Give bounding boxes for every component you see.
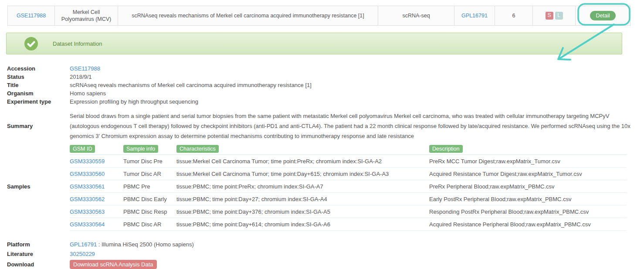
sample-description: PreRx MCC Tumor Digest;raw.expMatrix_Tum… [429,158,627,165]
sample-characteristics: tissue:Merkel Cell Carcinoma Tumor; time… [176,171,429,177]
gse-accession-link[interactable]: GSE117988 [17,12,46,19]
sample-row: GSM3330561 PBMC Pre tissue:PBMC; time po… [70,180,627,193]
sample-row: GSM3330559 Tumor Disc Pre tissue:Merkel … [70,155,627,168]
sample-info: PBMC Pre [123,183,176,190]
detail-cell: Detail [576,6,630,25]
title-cell: scRNAseq reveals mechanisms of Merkel ce… [118,6,378,25]
samples-table: GSM ID Sample info Characteristics Descr… [70,142,627,231]
dataset-details: Accession GSE117988 Status 2018/9/1 Titl… [0,64,644,269]
platform-label: Platform [7,240,70,249]
sample-count-cell: 6 [495,6,533,25]
download-field: Download Download scRNA Analysis Data [0,260,644,269]
sample-info: PBMC Disc Resp [123,208,176,215]
sample-row: GSM3330560 Tumor Disc AR tissue:Merkel C… [70,168,627,180]
check-icon [24,37,38,50]
gpl-platform-link[interactable]: GPL16791 [461,12,488,19]
l-badge: L [555,12,563,20]
search-result-row: GSE117988 Merkel Cell Polyomavirus (MCV)… [7,6,630,26]
status-field: Status 2018/9/1 [0,73,644,81]
accession-label: Accession [7,64,70,73]
platform-description: : Illumina HiSeq 2500 (Homo sapiens) [97,241,194,248]
sample-characteristics: tissue:PBMC; time point:Day+614; chromiu… [176,221,429,228]
virus-cell: Merkel Cell Polyomavirus (MCV) [55,6,118,25]
sample-characteristics: tissue:PBMC; time point:PreRx; chromium … [176,183,429,190]
platform-field: Platform GPL16791 : Illumina HiSeq 2500 … [0,240,644,249]
dataset-information-banner: Dataset Information [6,33,622,54]
platform-cell: GPL16791 [454,6,495,25]
gsm-link[interactable]: GSM3330561 [70,183,105,190]
title-value: scRNAseq reveals mechanisms of Merkel ce… [70,81,644,89]
description-column-badge: Description [429,145,463,153]
title-field: Title scRNAseq reveals mechanisms of Mer… [0,81,644,89]
sample-characteristics: tissue:PBMC; time point:Day+27; chromium… [176,196,429,202]
summary-field: Summary Serial blood draws from a single… [0,111,644,141]
sample-info-column-badge: Sample info [123,145,158,153]
sample-row: GSM3330564 PBMC Disc AR tissue:PBMC; tim… [70,218,627,231]
gsm-id-column-badge: GSM ID [70,145,95,153]
detail-button[interactable]: Detail [590,11,616,20]
samples-label: Samples [7,183,70,190]
literature-field: Literature 30250229 [0,250,644,259]
dataset-detail-page: GSE117988 Merkel Cell Polyomavirus (MCV)… [0,0,644,269]
literature-label: Literature [7,250,70,259]
gsm-link[interactable]: GSM3330562 [70,196,105,202]
status-label: Status [7,73,70,81]
accession-field: Accession GSE117988 [0,64,644,73]
sample-info: PBMC Disc AR [123,221,176,228]
summary-label: Summary [7,121,70,131]
sample-info: PBMC Disc Early [123,196,176,202]
accession-value-link[interactable]: GSE117988 [70,65,100,72]
experiment-type-value: Expression profiling by high throughput … [70,98,644,106]
organism-value: Homo sapiens [70,89,644,98]
s-badge: S [546,12,553,20]
sample-description: Acquired Resistance Peripheral Blood;raw… [429,221,627,228]
seq-type-cell: scRNA-seq [378,6,454,25]
status-value: 2018/9/1 [70,73,644,81]
characteristics-column-badge: Characteristics [176,145,219,153]
badges-cell: S L [533,6,576,25]
sample-description: Early PostRx Peripheral Blood;raw.expMat… [429,196,627,202]
gsm-link[interactable]: GSM3330563 [70,208,105,215]
platform-value-link[interactable]: GPL16791 [70,241,97,248]
experiment-type-label: Experiment type [7,98,70,106]
gsm-link[interactable]: GSM3330560 [70,171,105,177]
organism-field: Organism Homo sapiens [0,89,644,98]
organism-label: Organism [7,89,70,98]
experiment-type-field: Experiment type Expression profiling by … [0,98,644,106]
accession-cell: GSE117988 [8,6,55,25]
download-scrna-button[interactable]: Download scRNA Analysis Data [70,260,157,269]
sample-row: GSM3330562 PBMC Disc Early tissue:PBMC; … [70,193,627,205]
banner-label: Dataset Information [53,40,102,47]
sample-info: Tumor Disc Pre [123,158,176,165]
title-label: Title [7,81,70,89]
samples-table-header: GSM ID Sample info Characteristics Descr… [70,142,627,155]
sample-description: PreRx Peripheral Blood;raw.expMatrix_PBM… [429,183,627,190]
literature-pmid-link[interactable]: 30250229 [70,251,95,257]
sample-characteristics: tissue:PBMC; time point:Day+376; chromiu… [176,208,429,215]
sample-description: Acquired Resistance Tumor Digest;raw.exp… [429,171,627,177]
gsm-link[interactable]: GSM3330559 [70,158,105,165]
gsm-link[interactable]: GSM3330564 [70,221,105,228]
summary-value: Serial blood draws from a single patient… [70,111,644,141]
download-label: Download [7,261,70,268]
sample-info: Tumor Disc AR [123,171,176,177]
sample-description: Responding PostRx Peripheral Blood;raw.e… [429,208,627,215]
samples-field: Samples GSM ID Sample info Characteristi… [0,142,644,231]
sample-characteristics: tissue:Merkel Cell Carcinoma Tumor; time… [176,158,429,165]
sample-row: GSM3330563 PBMC Disc Resp tissue:PBMC; t… [70,205,627,218]
